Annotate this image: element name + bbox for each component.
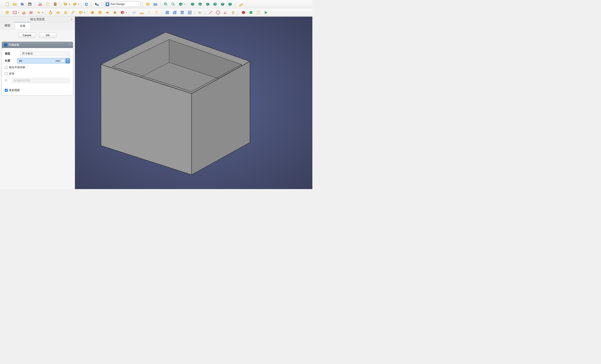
svg-point-3	[39, 4, 40, 6]
length-input[interactable]	[17, 59, 56, 62]
view-bottom-icon[interactable]	[220, 1, 226, 7]
clone-dropdown[interactable]: ▾	[42, 11, 43, 13]
sweep-icon[interactable]	[70, 9, 76, 16]
revolve-icon[interactable]	[55, 9, 61, 16]
refresh-icon[interactable]	[83, 1, 90, 7]
clone-icon[interactable]	[36, 9, 42, 16]
view-left-icon[interactable]	[227, 1, 233, 7]
save-icon[interactable]	[19, 1, 25, 7]
reverse-checkbox[interactable]	[5, 72, 8, 75]
fit-all-icon[interactable]	[163, 1, 169, 7]
pocket-icon[interactable]	[89, 9, 96, 16]
whatsthis-icon[interactable]: ?	[94, 1, 100, 7]
pad-icon[interactable]	[48, 9, 54, 16]
svg-point-31	[150, 12, 151, 13]
workbench-selector[interactable]: Part Design ⌄	[104, 1, 140, 7]
new-file-icon[interactable]	[4, 1, 10, 7]
sketch-dropdown[interactable]: ▾	[18, 11, 19, 13]
length-stepper[interactable]: ▲▼	[66, 58, 70, 63]
3d-model-render	[75, 17, 312, 189]
group-icon[interactable]	[152, 1, 159, 7]
update-view-checkbox[interactable]	[5, 89, 8, 92]
section-header[interactable]: 凹槽参数 ⌃	[2, 42, 73, 48]
section-title: 凹槽参数	[9, 43, 19, 47]
open-file-icon[interactable]	[12, 1, 18, 7]
panel-tabs: 模型 任务	[0, 22, 75, 29]
cut-icon[interactable]	[37, 1, 43, 7]
loft-icon[interactable]	[62, 9, 69, 16]
view-front-icon[interactable]	[190, 1, 196, 7]
cancel-button[interactable]: Cancel	[18, 32, 36, 38]
redo-dropdown[interactable]: ▾	[78, 3, 79, 5]
polar-pattern-icon[interactable]	[146, 9, 152, 16]
sub-primitive-icon[interactable]	[119, 9, 126, 16]
part-icon[interactable]	[145, 1, 151, 7]
expression-button[interactable]: ƒ	[61, 59, 65, 63]
sub-loft-icon[interactable]	[112, 9, 118, 16]
additive-dropdown[interactable]: ▾	[84, 11, 85, 13]
tab-task[interactable]: 任务	[15, 22, 30, 29]
chevron-up-icon: ⌃	[69, 43, 71, 46]
mirror-icon[interactable]	[131, 9, 137, 16]
create-body-icon[interactable]	[4, 9, 10, 16]
shape-binder-icon[interactable]	[230, 9, 236, 16]
svg-rect-12	[165, 3, 166, 4]
draft-icon[interactable]	[179, 9, 185, 16]
datum-plane-icon[interactable]	[215, 9, 221, 16]
length-label: 长度	[5, 59, 15, 63]
type-value: 尺寸标注	[22, 52, 33, 56]
face-placeholder: 未选择任何面	[14, 79, 30, 82]
edit-sketch-icon[interactable]	[21, 9, 27, 16]
execute-macro-icon[interactable]	[263, 9, 269, 16]
iso-view-icon[interactable]	[178, 1, 184, 7]
length-input-group: mm ƒ ▲▼	[17, 58, 70, 63]
thickness-icon[interactable]	[187, 9, 193, 16]
pocket-header-icon	[4, 43, 7, 47]
record-macro-icon[interactable]	[240, 9, 247, 16]
groove-icon[interactable]	[104, 9, 110, 16]
svg-rect-33	[155, 11, 156, 12]
reverse-label: 反转	[9, 72, 14, 76]
svg-point-20	[57, 12, 60, 13]
3d-viewport[interactable]	[75, 17, 312, 189]
paste-icon[interactable]	[52, 1, 58, 7]
redo-icon[interactable]	[71, 1, 78, 7]
copy-icon[interactable]	[45, 1, 51, 7]
undo-dropdown[interactable]: ▾	[69, 3, 70, 5]
chamfer-icon[interactable]	[172, 9, 178, 16]
hole-icon[interactable]	[97, 9, 103, 16]
type-select[interactable]: 尺寸标注 ⌄	[20, 51, 70, 56]
view-dropdown[interactable]: ▾	[184, 3, 185, 5]
ok-button[interactable]: OK	[39, 32, 57, 38]
face-field[interactable]: 未选择任何面	[12, 78, 70, 83]
view-right-icon[interactable]	[204, 1, 211, 7]
svg-rect-28	[143, 13, 144, 14]
datum-line-icon[interactable]	[207, 9, 214, 16]
stop-macro-icon[interactable]	[248, 9, 254, 16]
main-toolbar-row-2: ▾ ▾ ▾ ▾	[0, 8, 312, 17]
measure-icon[interactable]	[237, 1, 244, 7]
svg-rect-27	[141, 13, 142, 14]
fillet-icon[interactable]	[164, 9, 170, 16]
save-as-icon[interactable]	[27, 1, 33, 7]
workbench-label: Part Design	[110, 2, 136, 6]
subtractive-dropdown[interactable]: ▾	[126, 11, 127, 13]
svg-rect-6	[47, 4, 49, 6]
symmetric-checkbox[interactable]	[5, 66, 8, 69]
coordinate-system-icon[interactable]	[222, 9, 229, 16]
boolean-icon[interactable]	[197, 9, 203, 16]
svg-rect-17	[30, 12, 32, 13]
view-top-icon[interactable]	[197, 1, 203, 7]
tab-model[interactable]: 模型	[0, 22, 15, 29]
linear-pattern-icon[interactable]	[139, 9, 145, 16]
panel-detach-icon[interactable]: ◫	[70, 18, 73, 20]
view-rear-icon[interactable]	[212, 1, 218, 7]
new-sketch-icon[interactable]	[12, 9, 18, 16]
fit-selection-icon[interactable]	[170, 1, 176, 7]
map-sketch-icon[interactable]	[28, 9, 34, 16]
multi-transform-icon[interactable]	[154, 9, 160, 16]
type-label: 类型	[5, 52, 18, 56]
macros-icon[interactable]	[255, 9, 261, 16]
undo-icon[interactable]	[62, 1, 69, 7]
additive-primitive-icon[interactable]	[78, 9, 84, 16]
